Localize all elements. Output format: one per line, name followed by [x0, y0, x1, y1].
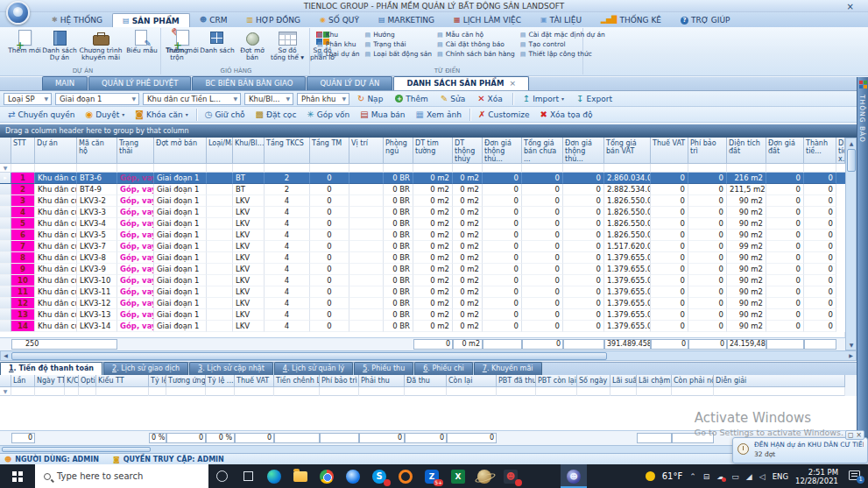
- cortana-button[interactable]: [208, 464, 235, 488]
- taskbar-app-nord[interactable]: [392, 464, 419, 488]
- toolbar-button-gop-von[interactable]: ✳Góp vốn: [302, 108, 354, 122]
- doc-tab-quan-ly-phe-duyet[interactable]: QUẢN LÝ PHÊ DUYỆT: [88, 76, 191, 90]
- ribbon-tab-marketing[interactable]: ▤MARKETING: [369, 13, 444, 27]
- detail-tab-lich-su-giao-dich[interactable]: 2. Lịch sử giao dịch: [103, 362, 188, 375]
- table-row[interactable]: 11Khu dân cư ...LKV3-11Góp, vay ...Giai …: [0, 286, 845, 298]
- filter-dropdown-loai-sp[interactable]: Loại SP▼: [4, 93, 52, 105]
- column-header-stt[interactable]: STT: [11, 138, 35, 164]
- table-row[interactable]: 14Khu dân cư ...LKV3-14Góp, vay ...Giai …: [0, 321, 845, 332]
- ribbon-button-dot-mo-ban[interactable]: Đợt mở bán: [235, 29, 270, 61]
- detail-column-header-ty-le[interactable]: Tỷ lệ ...: [206, 375, 235, 387]
- taskbar-clock[interactable]: 2:51 PM 12/28/2021: [795, 468, 838, 485]
- vertical-scroll-thumb[interactable]: [847, 149, 856, 172]
- dictionary-item-loai-bat-dong-san[interactable]: ▤Loại bất động sản: [365, 50, 433, 58]
- dictionary-item-loai-du-an[interactable]: ▤Loại dự án: [317, 50, 360, 58]
- doc-tab-close-icon[interactable]: ×: [509, 77, 516, 90]
- table-row[interactable]: 7Khu dân cư ...LKV3-7Góp, vay ...Giai đo…: [0, 241, 845, 252]
- column-header-khu-bl[interactable]: Khu/Bl...: [233, 138, 265, 164]
- toolbar-button-chuyen-quyen[interactable]: ⇄Chuyển quyền: [4, 108, 80, 122]
- toolbar-button-mua-ban[interactable]: ▤Mua bán: [356, 108, 409, 122]
- app-menu-orb[interactable]: [6, 1, 30, 25]
- detail-column-header-phai-thu[interactable]: Phải thu: [359, 375, 405, 387]
- taskbar-app-planet[interactable]: [471, 464, 498, 488]
- detail-column-header-lai-suat[interactable]: Lãi suất: [610, 375, 637, 387]
- scroll-up-icon[interactable]: ▲: [846, 138, 857, 148]
- vertical-scrollbar[interactable]: ▲ ▼: [845, 138, 857, 350]
- toolbar-button-export[interactable]: ↧Export: [572, 92, 617, 106]
- notifications-dock-tab[interactable]: THÔNG BÁO: [857, 77, 868, 453]
- detail-column-header-kieu-tt[interactable]: Kiểu TT: [96, 375, 149, 387]
- detail-column-header-opti[interactable]: Opti...: [79, 375, 96, 387]
- column-header-tang-tm[interactable]: Tầng TM: [310, 138, 349, 164]
- ribbon-button-danh-sach[interactable]: Danh sách: [200, 29, 235, 54]
- grid-filter-row[interactable]: ▼: [0, 164, 845, 173]
- column-header-thue-vat[interactable]: Thuế VAT: [651, 138, 688, 164]
- detail-tab-lich-su-quan-ly[interactable]: 4. Lịch sử quản lý: [274, 362, 353, 375]
- column-header-tong-gia-ban-vat[interactable]: Tổng giá bán VAT: [604, 138, 651, 164]
- taskbar-app-skype[interactable]: S: [366, 464, 392, 488]
- table-row[interactable]: 5Khu dân cư ...LKV3-4Góp, vay ...Giai đo…: [0, 218, 845, 230]
- dictionary-item-thiet-lap-cong-thuc[interactable]: ▤Thiết lập công thức: [520, 50, 605, 58]
- scroll-left-icon[interactable]: ◀: [1, 351, 11, 360]
- table-row[interactable]: 2Khu dân cư ...BT4-9Góp, vay ...Giai đoạ…: [0, 184, 845, 195]
- table-row[interactable]: 9Khu dân cư ...LKV3-9Góp, vay ...Giai đo…: [0, 264, 845, 275]
- action-center-button[interactable]: 1: [847, 470, 864, 484]
- ribbon-button-them-moi[interactable]: Thêm mới: [165, 29, 200, 54]
- toolbar-button-customize[interactable]: ✗Customize: [474, 108, 534, 122]
- column-header-phi-bao-tri[interactable]: Phí bảo trì: [688, 138, 727, 164]
- dictionary-item-cai-dat-thong-bao[interactable]: ▤Cài đặt thông báo: [437, 40, 515, 48]
- table-row[interactable]: ▸1Khu dân cư ...BT3-6Góp, vay ...Giai đo…: [0, 173, 845, 184]
- toolbar-button-duyet[interactable]: ◉Duyệt▾: [81, 108, 130, 122]
- detail-tab-phieu-thu[interactable]: 5. Phiếu thu: [354, 362, 413, 375]
- taskbar-app-explorer[interactable]: [287, 464, 314, 488]
- detail-tab-phieu-chi[interactable]: 6. Phiếu chi: [414, 362, 473, 375]
- onedrive-cloud-icon[interactable]: ☁: [716, 472, 724, 481]
- ribbon-button-them-moi[interactable]: Thêm mới: [7, 29, 42, 54]
- column-header-don-gia-dat[interactable]: Đơn giá đất: [766, 138, 804, 164]
- detail-tab-lich-su-cap-nhat[interactable]: 3. Lịch sử cập nhật: [189, 362, 273, 375]
- toolbar-button-sua[interactable]: ✎Sửa: [436, 92, 469, 106]
- column-header-trang-thai[interactable]: Trạng thái: [117, 138, 154, 164]
- scroll-down-icon[interactable]: ▼: [846, 340, 857, 350]
- hidden-icons-chevron[interactable]: ⌃: [689, 472, 696, 481]
- doc-tab-bc-bien-ban-ban-giao[interactable]: BC BIÊN BẢN BÀN GIAO: [192, 76, 306, 90]
- input-language-label[interactable]: ENG: [773, 472, 788, 481]
- table-row[interactable]: 4Khu dân cư ...LKV3-3Góp, vay ...Giai đo…: [0, 207, 845, 218]
- scroll-right-icon[interactable]: ▶: [846, 351, 856, 360]
- start-button[interactable]: [0, 464, 35, 488]
- ribbon-tab-hop-dong[interactable]: ▥HỢP ĐỒNG: [236, 13, 310, 27]
- detail-column-header-con-phai-nop[interactable]: Còn phải nộp: [672, 375, 714, 387]
- detail-column-header-ngay-tt[interactable]: Ngày TT: [35, 375, 65, 387]
- detail-column-header-da-thu[interactable]: Đã thu: [405, 375, 447, 387]
- detail-column-header-dien-giai[interactable]: Diễn giải: [714, 375, 845, 387]
- detail-horizontal-scrollbar[interactable]: [0, 445, 857, 453]
- detail-column-header-phi-bao-tri[interactable]: Phí bảo trì: [320, 375, 359, 387]
- filter-dropdown-phan-khu[interactable]: Phân khu▼: [297, 93, 349, 105]
- dictionary-item-mau-can-ho[interactable]: ▤Mẫu căn hộ: [437, 31, 515, 39]
- detail-column-header-pbt-da-thu[interactable]: PBT đã thu: [497, 375, 536, 387]
- detail-column-header-tien-chenh-l[interactable]: Tiền chênh L...: [274, 375, 320, 387]
- group-by-bar[interactable]: Drag a column header here to group by th…: [0, 124, 857, 138]
- ribbon-tab-so-quy[interactable]: ◉SỐ QUỸ: [310, 13, 369, 27]
- detail-column-header-lai-cham[interactable]: Lãi chậm ...: [637, 375, 672, 387]
- dictionary-item-tao-control[interactable]: ▤Tạo control: [520, 40, 605, 48]
- toolbar-button-xoa-toa-do[interactable]: ✖Xóa tọa độ: [536, 108, 597, 122]
- ribbon-tab-thong-ke[interactable]: ▂▅█THỐNG KÊ: [591, 13, 671, 27]
- toast-pin-close-icons[interactable]: ◻ ×: [845, 430, 864, 440]
- taskbar-app-edge[interactable]: [261, 464, 287, 488]
- ribbon-tab-crm[interactable]: ☻CRM: [190, 13, 237, 27]
- taskbar-app-chrome[interactable]: [314, 464, 340, 488]
- ribbon-button-danh-sach-du-an[interactable]: Danh sách Dự án: [42, 29, 77, 61]
- horizontal-scrollbar[interactable]: ◀ ▶: [0, 350, 857, 361]
- detail-tab-khuyen-mai[interactable]: 7. Khuyến mãi: [474, 362, 542, 375]
- table-row[interactable]: 10Khu dân cư ...LKV3-10Góp, vay ...Giai …: [0, 275, 845, 286]
- taskbar-app-zalo[interactable]: Z5+: [419, 464, 445, 488]
- taskbar-search-input[interactable]: Type here to search: [35, 464, 208, 488]
- doc-tab-danh-sach-san-pham[interactable]: DANH SÁCH SẢN PHẨM×: [393, 76, 529, 90]
- ribbon-button-chuong-trinh-khuyen-mai[interactable]: Chương trình khuyến mãi: [77, 29, 124, 61]
- detail-column-header-pbt-con-lai[interactable]: PBT còn lại: [536, 375, 577, 387]
- column-header-tang-tkcs[interactable]: Tầng TKCS: [265, 138, 310, 164]
- toolbar-button-xoa[interactable]: ✕Xóa: [473, 92, 507, 106]
- dictionary-item-huong[interactable]: ▤Hướng: [365, 31, 433, 39]
- taskbar-app-contacts[interactable]: ☻: [498, 464, 524, 488]
